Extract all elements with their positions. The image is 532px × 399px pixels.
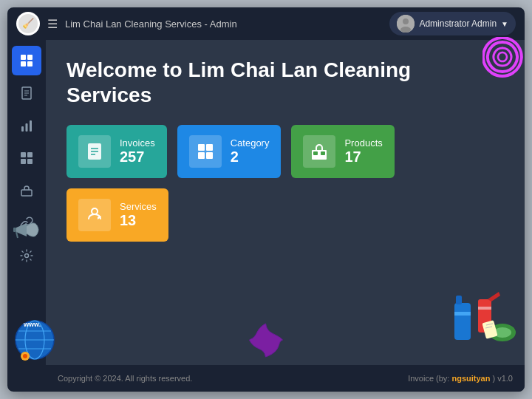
header: 🧹 ☰ Lim Chai Lan Cleaning Services - Adm… (7, 7, 525, 40)
svg-rect-19 (27, 159, 33, 164)
invoices-info: Invoices 257 (120, 137, 155, 166)
svg-rect-20 (21, 190, 32, 196)
sidebar (7, 40, 46, 392)
products-value: 17 (344, 149, 382, 166)
user-menu-button[interactable]: Adminstrator Admin ▼ (389, 12, 516, 35)
stat-card-products[interactable]: Products 17 (291, 125, 394, 178)
svg-point-3 (403, 18, 409, 24)
stats-grid: Invoices 257 (66, 125, 504, 242)
products-icon (303, 135, 335, 168)
category-icon (189, 135, 222, 168)
svg-rect-18 (21, 159, 26, 164)
sidebar-item-reports[interactable] (12, 111, 41, 140)
svg-rect-8 (27, 61, 33, 66)
svg-rect-26 (198, 144, 205, 151)
invoices-value: 257 (120, 149, 155, 166)
svg-rect-6 (27, 55, 33, 60)
products-info: Products 17 (344, 137, 382, 166)
user-name: Adminstrator Admin (419, 18, 497, 29)
category-value: 2 (231, 149, 270, 166)
services-info: Services 13 (120, 201, 157, 229)
footer-version: Invoice (by: ngsuityan ) v1.0 (408, 374, 513, 383)
category-info: Category 2 (231, 137, 270, 166)
svg-rect-14 (26, 123, 28, 132)
sidebar-item-products[interactable] (12, 176, 41, 205)
stat-card-category[interactable]: Category 2 (177, 125, 282, 178)
app-wrapper: 🧹 ☰ Lim Chai Lan Cleaning Services - Adm… (7, 7, 525, 392)
user-dropdown-caret: ▼ (501, 20, 508, 28)
sidebar-item-links[interactable] (12, 208, 41, 238)
svg-point-4 (400, 27, 411, 33)
svg-rect-29 (206, 152, 213, 159)
header-logo: 🧹 (16, 12, 40, 35)
sidebar-item-list[interactable] (12, 143, 41, 173)
sidebar-item-invoices[interactable] (12, 78, 41, 108)
svg-point-21 (25, 254, 29, 258)
svg-rect-16 (21, 152, 26, 157)
services-value: 13 (120, 212, 157, 229)
sidebar-item-dashboard[interactable] (12, 46, 41, 75)
services-icon (78, 199, 111, 231)
header-title: Lim Chai Lan Cleaning Services - Admin (65, 18, 382, 30)
svg-rect-28 (198, 152, 205, 159)
products-label: Products (344, 137, 382, 149)
invoices-icon (78, 135, 111, 168)
svg-rect-15 (30, 120, 32, 132)
stat-card-services[interactable]: Services 13 (66, 188, 168, 242)
hamburger-button[interactable]: ☰ (47, 17, 58, 31)
content-area: Welcome to Lim Chai Lan Cleaning Service… (46, 40, 525, 392)
svg-rect-5 (21, 55, 26, 60)
svg-text:🧹: 🧹 (22, 17, 35, 30)
svg-rect-27 (206, 144, 213, 151)
category-label: Category (231, 137, 270, 149)
sidebar-item-settings[interactable] (12, 241, 41, 270)
svg-rect-31 (313, 151, 318, 155)
svg-rect-32 (321, 151, 325, 155)
footer-copyright: Copyright © 2024. All rights reserved. (58, 374, 192, 383)
page-title: Welcome to Lim Chai Lan Cleaning Service… (66, 58, 504, 107)
main-area: Welcome to Lim Chai Lan Cleaning Service… (7, 40, 525, 392)
svg-rect-17 (27, 152, 33, 157)
stat-card-invoices[interactable]: Invoices 257 (66, 125, 167, 178)
svg-rect-13 (21, 126, 24, 132)
services-label: Services (120, 201, 157, 212)
invoices-label: Invoices (120, 137, 155, 149)
user-avatar (397, 15, 415, 33)
content-inner: Welcome to Lim Chai Lan Cleaning Service… (46, 40, 525, 365)
svg-point-33 (92, 208, 98, 214)
footer: Copyright © 2024. All rights reserved. I… (46, 365, 525, 392)
svg-rect-7 (21, 61, 26, 66)
